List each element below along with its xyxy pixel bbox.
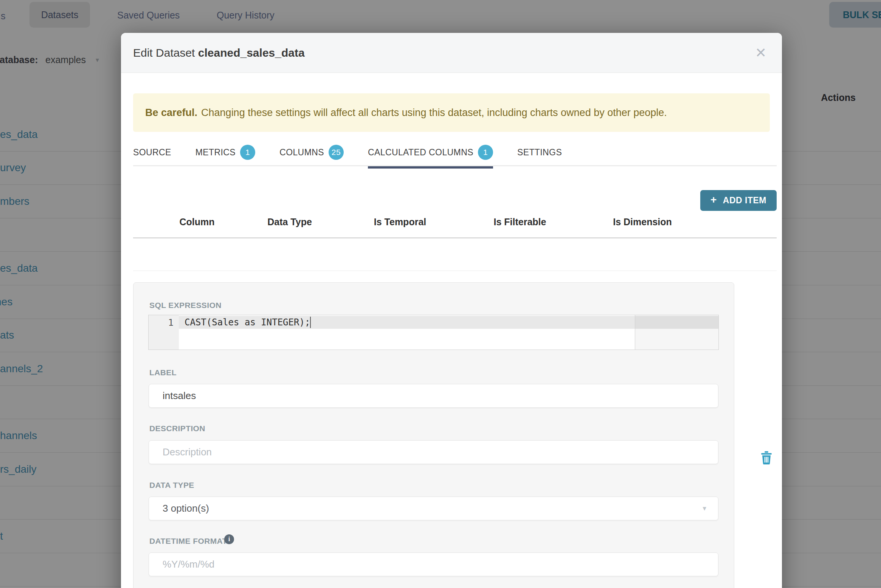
row-divider bbox=[133, 271, 777, 271]
tab-metrics[interactable]: METRICS1 bbox=[195, 142, 255, 165]
modal-title: Edit Dataset cleaned_sales_data bbox=[133, 33, 305, 73]
tab-calculated-columns[interactable]: CALCULATED COLUMNS1 bbox=[368, 142, 493, 165]
editor-gutter: 1 bbox=[149, 315, 179, 350]
column-header: Is Temporal bbox=[374, 217, 426, 227]
tab-source[interactable]: SOURCE bbox=[133, 142, 171, 165]
sql-expression-editor[interactable]: 1 CAST(Sales as INTEGER); bbox=[148, 315, 719, 350]
description-input[interactable] bbox=[149, 440, 718, 464]
modal-tabs: SOURCE METRICS1 COLUMNS25 CALCULATED COL… bbox=[133, 142, 562, 165]
tab-count-badge: 1 bbox=[240, 145, 255, 160]
calculated-column-detail-panel: SQL EXPRESSION 1 CAST(Sales as INTEGER);… bbox=[133, 282, 734, 588]
column-header: Column bbox=[179, 217, 214, 227]
tabs-divider bbox=[133, 165, 777, 166]
chevron-down-icon: ▼ bbox=[701, 505, 707, 512]
close-icon[interactable]: ✕ bbox=[749, 33, 772, 73]
sql-code-text: CAST(Sales as INTEGER); bbox=[185, 317, 310, 328]
column-header: Is Filterable bbox=[494, 217, 546, 227]
trash-icon bbox=[761, 451, 772, 464]
line-number: 1 bbox=[168, 317, 174, 328]
modal-header: Edit Dataset cleaned_sales_data ✕ bbox=[121, 33, 782, 73]
tab-count-badge: 1 bbox=[478, 145, 493, 160]
tab-columns[interactable]: COLUMNS25 bbox=[279, 142, 344, 165]
dataset-name: cleaned_sales_data bbox=[198, 46, 305, 59]
label-input[interactable] bbox=[149, 384, 718, 408]
warning-banner: Be careful. Changing these settings will… bbox=[133, 93, 770, 132]
calculated-column-row: intsales bbox=[121, 238, 782, 271]
warning-banner-text: Changing these settings will affect all … bbox=[201, 107, 667, 119]
add-item-button[interactable]: + ADD ITEM bbox=[700, 190, 777, 211]
datetime-format-label: DATETIME FORMAT bbox=[149, 537, 227, 546]
datasets-page: s Datasets Saved Queries Query History B… bbox=[0, 0, 881, 588]
tab-label: SETTINGS bbox=[517, 147, 562, 158]
data-type-value: 3 option(s) bbox=[163, 503, 209, 514]
column-header: Is Dimension bbox=[613, 217, 672, 227]
tab-label: CALCULATED COLUMNS bbox=[368, 147, 473, 158]
plus-icon: + bbox=[710, 194, 717, 206]
info-icon[interactable]: i bbox=[224, 534, 234, 544]
print-margin-line bbox=[635, 315, 635, 350]
tab-label: METRICS bbox=[195, 147, 236, 158]
modal-title-prefix: Edit Dataset bbox=[133, 46, 198, 59]
datetime-format-input[interactable] bbox=[149, 552, 718, 576]
add-item-label: ADD ITEM bbox=[723, 195, 766, 206]
column-header: Data Type bbox=[267, 217, 312, 227]
edit-dataset-modal: Edit Dataset cleaned_sales_data ✕ Be car… bbox=[121, 33, 782, 588]
data-type-select[interactable]: 3 option(s) ▼ bbox=[149, 497, 718, 520]
description-field-label: DESCRIPTION bbox=[149, 424, 205, 433]
tab-label: SOURCE bbox=[133, 147, 171, 158]
tab-settings[interactable]: SETTINGS bbox=[517, 142, 562, 165]
data-type-label: DATA TYPE bbox=[149, 481, 194, 490]
print-margin-shade bbox=[635, 315, 718, 350]
tab-label: COLUMNS bbox=[279, 147, 324, 158]
delete-row-button[interactable] bbox=[761, 451, 772, 466]
warning-banner-bold: Be careful. bbox=[145, 107, 197, 119]
label-field-label: LABEL bbox=[149, 368, 177, 377]
text-cursor bbox=[310, 317, 311, 328]
calculated-columns-header-row: Column Data Type Is Temporal Is Filterab… bbox=[121, 217, 782, 234]
tab-count-badge: 25 bbox=[329, 145, 344, 160]
sql-expression-label: SQL EXPRESSION bbox=[149, 301, 222, 310]
